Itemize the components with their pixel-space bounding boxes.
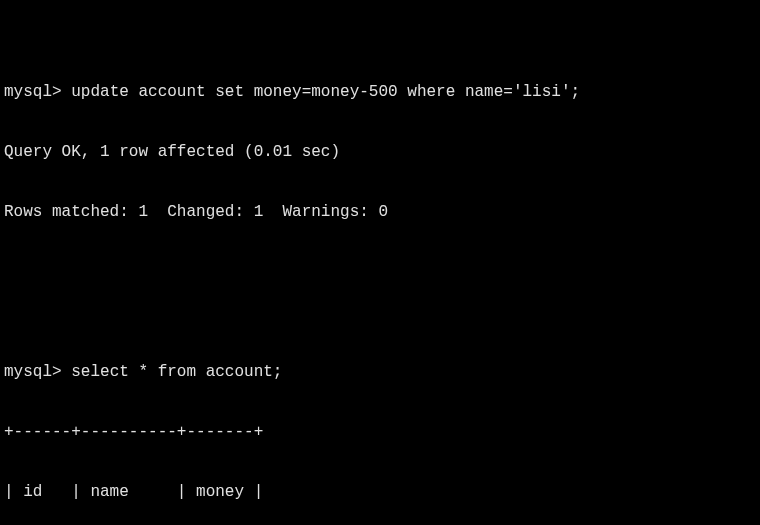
prompt: mysql> bbox=[4, 363, 62, 381]
prompt: mysql> bbox=[4, 83, 62, 101]
cmd-line: mysql> update account set money=money-50… bbox=[4, 82, 756, 102]
table-sep: +------+----------+-------+ bbox=[4, 422, 756, 442]
sql-command: update account set money=money-500 where… bbox=[71, 83, 580, 101]
query-status: Query OK, 1 row affected (0.01 sec) bbox=[4, 142, 756, 162]
sql-command: select * from account; bbox=[71, 363, 282, 381]
cmd-line: mysql> select * from account; bbox=[4, 362, 756, 382]
table-header: | id | name | money | bbox=[4, 482, 756, 502]
mysql-terminal[interactable]: mysql> update account set money=money-50… bbox=[0, 0, 760, 525]
query-meta: Rows matched: 1 Changed: 1 Warnings: 0 bbox=[4, 202, 756, 222]
blank-line bbox=[4, 262, 756, 282]
